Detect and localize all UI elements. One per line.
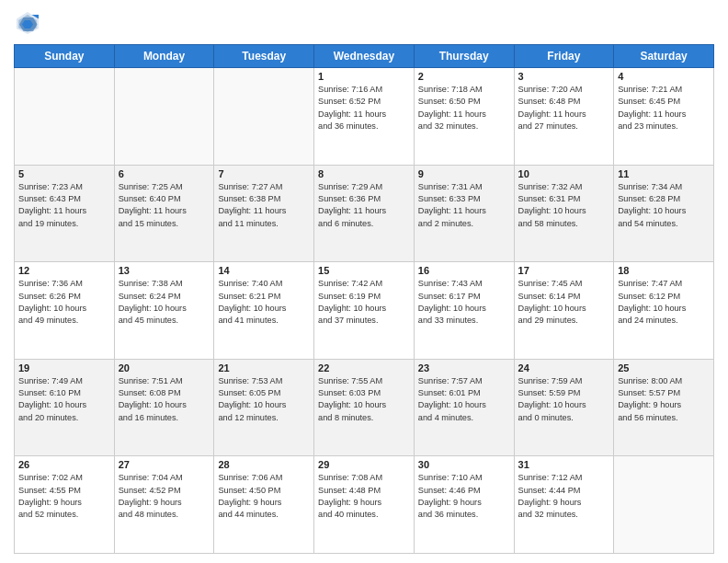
weekday-header-thursday: Thursday <box>414 45 514 68</box>
day-info: Sunrise: 7:32 AM Sunset: 6:31 PM Dayligh… <box>518 181 610 230</box>
calendar-cell: 10Sunrise: 7:32 AM Sunset: 6:31 PM Dayli… <box>514 165 614 262</box>
day-number: 14 <box>218 265 310 276</box>
calendar-table: SundayMondayTuesdayWednesdayThursdayFrid… <box>14 44 714 554</box>
calendar-cell: 11Sunrise: 7:34 AM Sunset: 6:28 PM Dayli… <box>614 165 714 262</box>
calendar-cell: 14Sunrise: 7:40 AM Sunset: 6:21 PM Dayli… <box>214 262 314 360</box>
weekday-header-tuesday: Tuesday <box>214 45 314 68</box>
day-number: 12 <box>18 265 110 276</box>
day-info: Sunrise: 7:18 AM Sunset: 6:50 PM Dayligh… <box>418 84 510 132</box>
calendar-week-row: 5Sunrise: 7:23 AM Sunset: 6:43 PM Daylig… <box>15 165 714 262</box>
calendar-cell: 21Sunrise: 7:53 AM Sunset: 6:05 PM Dayli… <box>214 359 314 456</box>
day-info: Sunrise: 7:20 AM Sunset: 6:48 PM Dayligh… <box>518 84 610 132</box>
day-info: Sunrise: 7:49 AM Sunset: 6:10 PM Dayligh… <box>18 375 110 424</box>
calendar-cell <box>214 68 314 166</box>
calendar-cell: 25Sunrise: 8:00 AM Sunset: 5:57 PM Dayli… <box>614 359 714 456</box>
page: SundayMondayTuesdayWednesdayThursdayFrid… <box>0 0 728 563</box>
day-info: Sunrise: 7:06 AM Sunset: 4:50 PM Dayligh… <box>218 472 310 521</box>
day-number: 6 <box>119 168 210 179</box>
calendar-cell: 31Sunrise: 7:12 AM Sunset: 4:44 PM Dayli… <box>514 456 614 554</box>
day-info: Sunrise: 7:36 AM Sunset: 6:26 PM Dayligh… <box>18 278 110 327</box>
calendar-cell: 28Sunrise: 7:06 AM Sunset: 4:50 PM Dayli… <box>214 456 314 554</box>
day-number: 8 <box>318 168 410 179</box>
day-info: Sunrise: 7:55 AM Sunset: 6:03 PM Dayligh… <box>318 375 410 424</box>
day-number: 11 <box>618 168 710 179</box>
day-number: 28 <box>218 459 310 470</box>
day-number: 13 <box>119 265 210 276</box>
day-info: Sunrise: 7:23 AM Sunset: 6:43 PM Dayligh… <box>18 181 110 230</box>
day-number: 27 <box>119 459 210 470</box>
calendar-week-row: 19Sunrise: 7:49 AM Sunset: 6:10 PM Dayli… <box>15 359 714 456</box>
day-info: Sunrise: 7:02 AM Sunset: 4:55 PM Dayligh… <box>18 472 110 521</box>
weekday-header-monday: Monday <box>114 45 214 68</box>
calendar-cell: 2Sunrise: 7:18 AM Sunset: 6:50 PM Daylig… <box>414 68 514 166</box>
day-info: Sunrise: 7:16 AM Sunset: 6:52 PM Dayligh… <box>318 84 410 132</box>
day-number: 16 <box>418 265 510 276</box>
calendar-week-row: 12Sunrise: 7:36 AM Sunset: 6:26 PM Dayli… <box>15 262 714 360</box>
day-info: Sunrise: 7:31 AM Sunset: 6:33 PM Dayligh… <box>418 181 510 230</box>
day-info: Sunrise: 7:45 AM Sunset: 6:14 PM Dayligh… <box>518 278 610 327</box>
day-info: Sunrise: 7:40 AM Sunset: 6:21 PM Dayligh… <box>218 278 310 327</box>
day-number: 21 <box>218 362 310 373</box>
calendar-cell: 8Sunrise: 7:29 AM Sunset: 6:36 PM Daylig… <box>314 165 415 262</box>
calendar-cell: 5Sunrise: 7:23 AM Sunset: 6:43 PM Daylig… <box>15 165 115 262</box>
day-number: 31 <box>518 459 610 470</box>
calendar-cell: 12Sunrise: 7:36 AM Sunset: 6:26 PM Dayli… <box>15 262 115 360</box>
day-number: 23 <box>418 362 510 373</box>
day-number: 3 <box>518 71 610 82</box>
day-number: 17 <box>518 265 610 276</box>
weekday-header-sunday: Sunday <box>15 45 115 68</box>
calendar-cell: 3Sunrise: 7:20 AM Sunset: 6:48 PM Daylig… <box>514 68 614 166</box>
day-info: Sunrise: 7:10 AM Sunset: 4:46 PM Dayligh… <box>418 472 510 521</box>
day-info: Sunrise: 7:27 AM Sunset: 6:38 PM Dayligh… <box>218 181 310 230</box>
day-info: Sunrise: 7:34 AM Sunset: 6:28 PM Dayligh… <box>618 181 710 230</box>
calendar-cell: 24Sunrise: 7:59 AM Sunset: 5:59 PM Dayli… <box>514 359 614 456</box>
calendar-cell <box>15 68 115 166</box>
day-info: Sunrise: 7:08 AM Sunset: 4:48 PM Dayligh… <box>318 472 410 521</box>
calendar-cell: 27Sunrise: 7:04 AM Sunset: 4:52 PM Dayli… <box>114 456 214 554</box>
day-number: 25 <box>618 362 710 373</box>
day-number: 19 <box>18 362 110 373</box>
logo-icon <box>14 9 41 37</box>
day-number: 1 <box>318 71 410 82</box>
day-info: Sunrise: 7:29 AM Sunset: 6:36 PM Dayligh… <box>318 181 410 230</box>
calendar-cell: 20Sunrise: 7:51 AM Sunset: 6:08 PM Dayli… <box>114 359 214 456</box>
calendar-cell: 30Sunrise: 7:10 AM Sunset: 4:46 PM Dayli… <box>414 456 514 554</box>
calendar-cell: 6Sunrise: 7:25 AM Sunset: 6:40 PM Daylig… <box>114 165 214 262</box>
day-number: 22 <box>318 362 410 373</box>
weekday-header-friday: Friday <box>514 45 614 68</box>
calendar-cell: 1Sunrise: 7:16 AM Sunset: 6:52 PM Daylig… <box>314 68 415 166</box>
day-info: Sunrise: 7:51 AM Sunset: 6:08 PM Dayligh… <box>119 375 210 424</box>
calendar-cell <box>614 456 714 554</box>
calendar-cell: 29Sunrise: 7:08 AM Sunset: 4:48 PM Dayli… <box>314 456 415 554</box>
day-number: 20 <box>119 362 210 373</box>
day-info: Sunrise: 7:21 AM Sunset: 6:45 PM Dayligh… <box>618 84 710 132</box>
day-info: Sunrise: 7:57 AM Sunset: 6:01 PM Dayligh… <box>418 375 510 424</box>
day-info: Sunrise: 7:59 AM Sunset: 5:59 PM Dayligh… <box>518 375 610 424</box>
day-number: 9 <box>418 168 510 179</box>
calendar-cell: 22Sunrise: 7:55 AM Sunset: 6:03 PM Dayli… <box>314 359 415 456</box>
calendar-cell: 26Sunrise: 7:02 AM Sunset: 4:55 PM Dayli… <box>15 456 115 554</box>
header-row: SundayMondayTuesdayWednesdayThursdayFrid… <box>15 45 714 68</box>
calendar-cell: 9Sunrise: 7:31 AM Sunset: 6:33 PM Daylig… <box>414 165 514 262</box>
day-info: Sunrise: 7:12 AM Sunset: 4:44 PM Dayligh… <box>518 472 610 521</box>
day-info: Sunrise: 7:38 AM Sunset: 6:24 PM Dayligh… <box>119 278 210 327</box>
day-number: 26 <box>18 459 110 470</box>
calendar-week-row: 1Sunrise: 7:16 AM Sunset: 6:52 PM Daylig… <box>15 68 714 166</box>
day-number: 7 <box>218 168 310 179</box>
calendar-cell: 15Sunrise: 7:42 AM Sunset: 6:19 PM Dayli… <box>314 262 415 360</box>
calendar-cell: 18Sunrise: 7:47 AM Sunset: 6:12 PM Dayli… <box>614 262 714 360</box>
calendar-cell: 16Sunrise: 7:43 AM Sunset: 6:17 PM Dayli… <box>414 262 514 360</box>
calendar-cell: 13Sunrise: 7:38 AM Sunset: 6:24 PM Dayli… <box>114 262 214 360</box>
day-number: 4 <box>618 71 710 82</box>
day-number: 30 <box>418 459 510 470</box>
calendar-cell: 19Sunrise: 7:49 AM Sunset: 6:10 PM Dayli… <box>15 359 115 456</box>
calendar-cell: 17Sunrise: 7:45 AM Sunset: 6:14 PM Dayli… <box>514 262 614 360</box>
calendar-cell <box>114 68 214 166</box>
day-number: 18 <box>618 265 710 276</box>
weekday-header-saturday: Saturday <box>614 45 714 68</box>
day-info: Sunrise: 8:00 AM Sunset: 5:57 PM Dayligh… <box>618 375 710 424</box>
day-number: 2 <box>418 71 510 82</box>
day-info: Sunrise: 7:53 AM Sunset: 6:05 PM Dayligh… <box>218 375 310 424</box>
calendar-cell: 7Sunrise: 7:27 AM Sunset: 6:38 PM Daylig… <box>214 165 314 262</box>
day-number: 5 <box>18 168 110 179</box>
